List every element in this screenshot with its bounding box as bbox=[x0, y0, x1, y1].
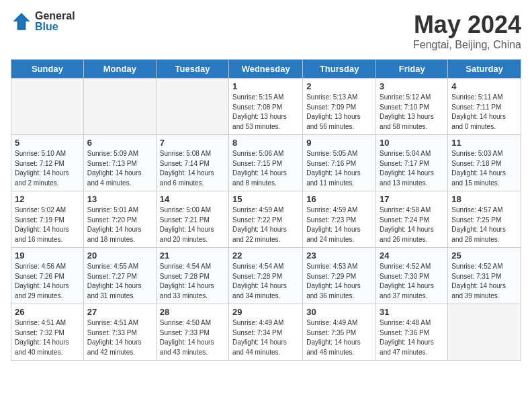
day-info: Sunrise: 4:56 AM Sunset: 7:26 PM Dayligh… bbox=[15, 262, 80, 301]
calendar-day-cell: 14Sunrise: 5:00 AM Sunset: 7:21 PM Dayli… bbox=[156, 191, 228, 248]
day-info: Sunrise: 4:50 AM Sunset: 7:33 PM Dayligh… bbox=[160, 318, 225, 357]
calendar-day-cell: 24Sunrise: 4:52 AM Sunset: 7:30 PM Dayli… bbox=[376, 248, 448, 304]
day-info: Sunrise: 4:57 AM Sunset: 7:25 PM Dayligh… bbox=[451, 205, 517, 244]
svg-marker-1 bbox=[15, 15, 29, 28]
day-number: 25 bbox=[451, 250, 517, 261]
calendar-day-cell: 13Sunrise: 5:01 AM Sunset: 7:20 PM Dayli… bbox=[83, 191, 156, 248]
day-number: 27 bbox=[87, 307, 152, 317]
calendar-day-cell: 1Sunrise: 5:15 AM Sunset: 7:08 PM Daylig… bbox=[229, 79, 303, 135]
calendar-day-cell: 26Sunrise: 4:51 AM Sunset: 7:32 PM Dayli… bbox=[11, 304, 84, 361]
title-block: May 2024 Fengtai, Beijing, China bbox=[413, 11, 521, 51]
day-info: Sunrise: 5:01 AM Sunset: 7:20 PM Dayligh… bbox=[87, 205, 152, 244]
day-number: 18 bbox=[451, 194, 517, 204]
calendar-day-cell bbox=[448, 304, 521, 361]
calendar-day-cell: 18Sunrise: 4:57 AM Sunset: 7:25 PM Dayli… bbox=[448, 191, 521, 248]
day-info: Sunrise: 4:55 AM Sunset: 7:27 PM Dayligh… bbox=[87, 262, 152, 301]
calendar-day-cell: 2Sunrise: 5:13 AM Sunset: 7:09 PM Daylig… bbox=[303, 79, 376, 135]
day-number: 24 bbox=[380, 250, 444, 261]
day-info: Sunrise: 5:10 AM Sunset: 7:12 PM Dayligh… bbox=[15, 149, 80, 188]
calendar-day-cell: 7Sunrise: 5:08 AM Sunset: 7:14 PM Daylig… bbox=[156, 135, 228, 191]
day-number: 9 bbox=[306, 138, 372, 148]
calendar-title: May 2024 bbox=[413, 11, 521, 39]
day-number: 4 bbox=[451, 81, 517, 91]
calendar-day-cell: 6Sunrise: 5:09 AM Sunset: 7:13 PM Daylig… bbox=[83, 135, 156, 191]
calendar-day-cell: 29Sunrise: 4:49 AM Sunset: 7:34 PM Dayli… bbox=[229, 304, 303, 361]
day-info: Sunrise: 5:08 AM Sunset: 7:14 PM Dayligh… bbox=[160, 149, 225, 188]
day-info: Sunrise: 5:03 AM Sunset: 7:18 PM Dayligh… bbox=[451, 149, 517, 188]
day-info: Sunrise: 4:54 AM Sunset: 7:28 PM Dayligh… bbox=[160, 262, 225, 301]
day-info: Sunrise: 4:59 AM Sunset: 7:22 PM Dayligh… bbox=[232, 205, 299, 244]
day-number: 2 bbox=[306, 81, 372, 91]
day-number: 14 bbox=[160, 194, 225, 204]
weekday-header: Friday bbox=[376, 60, 448, 79]
calendar-day-cell bbox=[83, 79, 156, 135]
calendar-day-cell: 8Sunrise: 5:06 AM Sunset: 7:15 PM Daylig… bbox=[229, 135, 303, 191]
day-number: 15 bbox=[232, 194, 299, 204]
weekday-header: Thursday bbox=[303, 60, 376, 79]
day-info: Sunrise: 5:00 AM Sunset: 7:21 PM Dayligh… bbox=[160, 205, 225, 244]
weekday-header: Sunday bbox=[11, 60, 84, 79]
day-info: Sunrise: 4:52 AM Sunset: 7:30 PM Dayligh… bbox=[380, 262, 444, 301]
day-number: 30 bbox=[306, 307, 372, 317]
day-number: 1 bbox=[232, 81, 299, 91]
day-info: Sunrise: 4:51 AM Sunset: 7:32 PM Dayligh… bbox=[15, 318, 80, 357]
day-info: Sunrise: 4:49 AM Sunset: 7:34 PM Dayligh… bbox=[232, 318, 299, 357]
day-number: 5 bbox=[15, 138, 80, 148]
calendar-day-cell: 4Sunrise: 5:11 AM Sunset: 7:11 PM Daylig… bbox=[448, 79, 521, 135]
calendar-day-cell: 5Sunrise: 5:10 AM Sunset: 7:12 PM Daylig… bbox=[11, 135, 84, 191]
calendar-day-cell: 15Sunrise: 4:59 AM Sunset: 7:22 PM Dayli… bbox=[229, 191, 303, 248]
calendar-day-cell: 20Sunrise: 4:55 AM Sunset: 7:27 PM Dayli… bbox=[83, 248, 156, 304]
day-info: Sunrise: 4:52 AM Sunset: 7:31 PM Dayligh… bbox=[451, 262, 517, 301]
day-info: Sunrise: 4:59 AM Sunset: 7:23 PM Dayligh… bbox=[306, 205, 372, 244]
weekday-header: Saturday bbox=[448, 60, 521, 79]
day-number: 19 bbox=[15, 250, 80, 261]
calendar-week-row: 12Sunrise: 5:02 AM Sunset: 7:19 PM Dayli… bbox=[11, 191, 521, 248]
day-info: Sunrise: 4:51 AM Sunset: 7:33 PM Dayligh… bbox=[87, 318, 152, 357]
calendar-day-cell bbox=[156, 79, 228, 135]
day-info: Sunrise: 4:48 AM Sunset: 7:36 PM Dayligh… bbox=[380, 318, 444, 357]
calendar-day-cell: 28Sunrise: 4:50 AM Sunset: 7:33 PM Dayli… bbox=[156, 304, 228, 361]
calendar-location: Fengtai, Beijing, China bbox=[413, 39, 521, 51]
day-info: Sunrise: 5:12 AM Sunset: 7:10 PM Dayligh… bbox=[380, 93, 444, 132]
day-info: Sunrise: 5:02 AM Sunset: 7:19 PM Dayligh… bbox=[15, 205, 80, 244]
day-number: 28 bbox=[160, 307, 225, 317]
logo-general: General bbox=[35, 11, 75, 21]
day-info: Sunrise: 5:11 AM Sunset: 7:11 PM Dayligh… bbox=[451, 93, 517, 132]
day-info: Sunrise: 4:53 AM Sunset: 7:29 PM Dayligh… bbox=[306, 262, 372, 301]
day-number: 8 bbox=[232, 138, 299, 148]
calendar-day-cell: 11Sunrise: 5:03 AM Sunset: 7:18 PM Dayli… bbox=[448, 135, 521, 191]
page-header: General Blue May 2024 Fengtai, Beijing, … bbox=[11, 11, 521, 51]
calendar-day-cell: 27Sunrise: 4:51 AM Sunset: 7:33 PM Dayli… bbox=[83, 304, 156, 361]
day-info: Sunrise: 5:13 AM Sunset: 7:09 PM Dayligh… bbox=[306, 93, 372, 132]
calendar-day-cell: 16Sunrise: 4:59 AM Sunset: 7:23 PM Dayli… bbox=[303, 191, 376, 248]
day-number: 6 bbox=[87, 138, 152, 148]
calendar-day-cell: 30Sunrise: 4:49 AM Sunset: 7:35 PM Dayli… bbox=[303, 304, 376, 361]
day-number: 20 bbox=[87, 250, 152, 261]
logo-icon bbox=[11, 11, 32, 32]
day-number: 13 bbox=[87, 194, 152, 204]
weekday-header-row: SundayMondayTuesdayWednesdayThursdayFrid… bbox=[11, 60, 521, 79]
day-number: 16 bbox=[306, 194, 372, 204]
day-number: 10 bbox=[380, 138, 444, 148]
calendar-day-cell bbox=[11, 79, 84, 135]
day-number: 17 bbox=[380, 194, 444, 204]
weekday-header: Monday bbox=[83, 60, 156, 79]
day-number: 29 bbox=[232, 307, 299, 317]
day-info: Sunrise: 5:06 AM Sunset: 7:15 PM Dayligh… bbox=[232, 149, 299, 188]
day-info: Sunrise: 5:05 AM Sunset: 7:16 PM Dayligh… bbox=[306, 149, 372, 188]
day-info: Sunrise: 5:09 AM Sunset: 7:13 PM Dayligh… bbox=[87, 149, 152, 188]
calendar-day-cell: 9Sunrise: 5:05 AM Sunset: 7:16 PM Daylig… bbox=[303, 135, 376, 191]
calendar-table: SundayMondayTuesdayWednesdayThursdayFrid… bbox=[11, 59, 521, 361]
day-info: Sunrise: 4:58 AM Sunset: 7:24 PM Dayligh… bbox=[380, 205, 444, 244]
day-number: 7 bbox=[160, 138, 225, 148]
day-number: 22 bbox=[232, 250, 299, 261]
calendar-day-cell: 31Sunrise: 4:48 AM Sunset: 7:36 PM Dayli… bbox=[376, 304, 448, 361]
day-info: Sunrise: 5:15 AM Sunset: 7:08 PM Dayligh… bbox=[232, 93, 299, 132]
calendar-week-row: 5Sunrise: 5:10 AM Sunset: 7:12 PM Daylig… bbox=[11, 135, 521, 191]
weekday-header: Wednesday bbox=[229, 60, 303, 79]
calendar-day-cell: 19Sunrise: 4:56 AM Sunset: 7:26 PM Dayli… bbox=[11, 248, 84, 304]
calendar-day-cell: 23Sunrise: 4:53 AM Sunset: 7:29 PM Dayli… bbox=[303, 248, 376, 304]
day-number: 11 bbox=[451, 138, 517, 148]
calendar-day-cell: 17Sunrise: 4:58 AM Sunset: 7:24 PM Dayli… bbox=[376, 191, 448, 248]
calendar-week-row: 1Sunrise: 5:15 AM Sunset: 7:08 PM Daylig… bbox=[11, 79, 521, 135]
